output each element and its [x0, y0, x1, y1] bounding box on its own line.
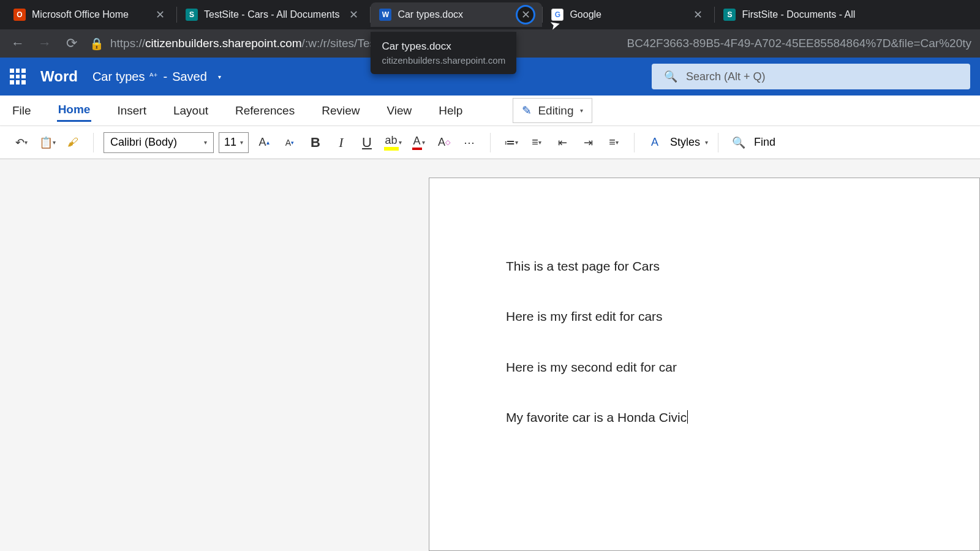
tab-title: Microsoft Office Home [32, 9, 146, 20]
italic-button[interactable]: I [331, 132, 352, 153]
word-icon: W [379, 9, 391, 21]
back-button[interactable]: ← [9, 34, 27, 53]
increase-indent-button[interactable]: ⇥ [578, 132, 598, 153]
sharepoint-icon: S [723, 9, 736, 21]
search-input[interactable]: 🔍 Search (Alt + Q) [652, 64, 970, 89]
tooltip-url: citizenbuilders.sharepoint.com [382, 55, 505, 66]
document-title[interactable]: Car types ᴬ⁺ - Saved ▾ [92, 70, 221, 84]
save-state: Saved [172, 70, 207, 84]
styles-button[interactable]: Styles [670, 136, 700, 149]
paste-button[interactable]: 📋▾ [37, 132, 58, 153]
google-icon: G [551, 9, 564, 21]
grow-font-button[interactable]: A▴ [254, 132, 274, 153]
font-name-select[interactable]: Calibri (Body)▾ [104, 132, 214, 153]
tab-file[interactable]: File [11, 100, 32, 121]
close-icon[interactable]: ✕ [152, 7, 168, 23]
tab-insert[interactable]: Insert [116, 100, 148, 121]
browser-tab[interactable]: G Google ✕ [543, 2, 714, 27]
chevron-down-icon: ▾ [580, 107, 583, 114]
pencil-icon: ✎ [522, 103, 532, 118]
tab-title: TestSite - Cars - All Documents [204, 9, 339, 20]
chevron-down-icon: ▾ [204, 139, 207, 146]
url-domain: citizenbuilders.sharepoint.com [145, 37, 302, 50]
find-icon: 🔍 [728, 132, 749, 153]
clear-format-button[interactable]: A◇ [434, 132, 454, 153]
search-placeholder: Search (Alt + Q) [686, 70, 766, 83]
tab-tooltip: Car types.docx citizenbuilders.sharepoin… [371, 32, 516, 74]
browser-tab[interactable]: O Microsoft Office Home ✕ [5, 2, 176, 27]
tab-view[interactable]: View [385, 100, 413, 121]
decrease-indent-button[interactable]: ⇤ [552, 132, 573, 153]
url-path-right: BC42F3663-89B5-4F49-A702-45EE85584864%7D… [627, 37, 971, 50]
chevron-down-icon[interactable]: ▾ [218, 73, 221, 80]
sharepoint-icon: S [186, 9, 198, 21]
canvas-gutter [0, 178, 429, 551]
tab-home[interactable]: Home [57, 99, 92, 122]
doc-paragraph[interactable]: Here is my second edit for car [506, 359, 903, 376]
forward-button[interactable]: → [36, 34, 54, 53]
address-bar[interactable]: 🔒 https://citizenbuilders.sharepoint.com… [89, 37, 971, 51]
tab-layout[interactable]: Layout [172, 100, 209, 121]
close-icon[interactable]: ✕ [518, 7, 533, 23]
editing-mode-button[interactable]: ✎ Editing ▾ [513, 98, 592, 123]
format-painter-button[interactable]: 🖌 [62, 132, 83, 153]
browser-tab-active[interactable]: W Car types.docx ✕ Car types.docx citize… [371, 2, 542, 27]
app-name: Word [40, 68, 78, 85]
numbering-button[interactable]: ≡▾ [526, 132, 547, 153]
highlight-button[interactable]: ab▾ [382, 132, 403, 153]
browser-tab[interactable]: S FirstSite - Documents - All [715, 2, 864, 27]
document-page[interactable]: This is a test page for Cars Here is my … [429, 178, 980, 551]
tab-title: Car types.docx [398, 9, 511, 20]
bullets-button[interactable]: ≔▾ [500, 132, 521, 153]
reload-button[interactable]: ⟳ [62, 34, 81, 53]
tooltip-title: Car types.docx [382, 40, 505, 53]
font-size-select[interactable]: 11▾ [219, 132, 249, 153]
ribbon-tabs: File Home Insert Layout References Revie… [0, 96, 980, 126]
shrink-font-button[interactable]: A▾ [279, 132, 300, 153]
chevron-down-icon[interactable]: ▾ [705, 139, 708, 146]
styles-icon: A [644, 132, 665, 153]
find-button[interactable]: Find [754, 136, 775, 149]
underline-button[interactable]: U [356, 132, 377, 153]
office-icon: O [13, 9, 26, 21]
ribbon-toolbar: ↶▾ 📋▾ 🖌 Calibri (Body)▾ 11▾ A▴ A▾ B I U … [0, 126, 980, 159]
doc-paragraph[interactable]: This is a test page for Cars [506, 258, 903, 275]
tab-help[interactable]: Help [437, 100, 464, 121]
lock-icon: 🔒 [89, 37, 104, 51]
app-launcher-icon[interactable] [10, 69, 26, 84]
tab-title: FirstSite - Documents - All [742, 9, 855, 20]
browser-tab[interactable]: S TestSite - Cars - All Documents ✕ [177, 2, 370, 27]
share-icon: ᴬ⁺ [149, 71, 158, 82]
more-formatting-button[interactable]: ⋯ [459, 132, 480, 153]
document-canvas: This is a test page for Cars Here is my … [0, 159, 980, 551]
close-icon[interactable]: ✕ [345, 7, 361, 23]
doc-paragraph[interactable]: My favorite car is a Honda Civic [506, 409, 903, 426]
font-color-button[interactable]: A▾ [408, 132, 429, 153]
align-button[interactable]: ≡▾ [603, 132, 624, 153]
search-icon: 🔍 [664, 70, 677, 83]
browser-tab-bar: O Microsoft Office Home ✕ S TestSite - C… [0, 0, 980, 29]
tab-title: Google [570, 9, 684, 20]
doc-paragraph[interactable]: Here is my first edit for cars [506, 308, 903, 325]
url-scheme: https:// [110, 37, 145, 50]
chevron-down-icon: ▾ [240, 139, 243, 146]
bold-button[interactable]: B [305, 132, 326, 153]
close-icon[interactable]: ✕ [690, 7, 706, 23]
tab-review[interactable]: Review [320, 100, 361, 121]
tab-references[interactable]: References [234, 100, 296, 121]
undo-button[interactable]: ↶▾ [11, 132, 32, 153]
